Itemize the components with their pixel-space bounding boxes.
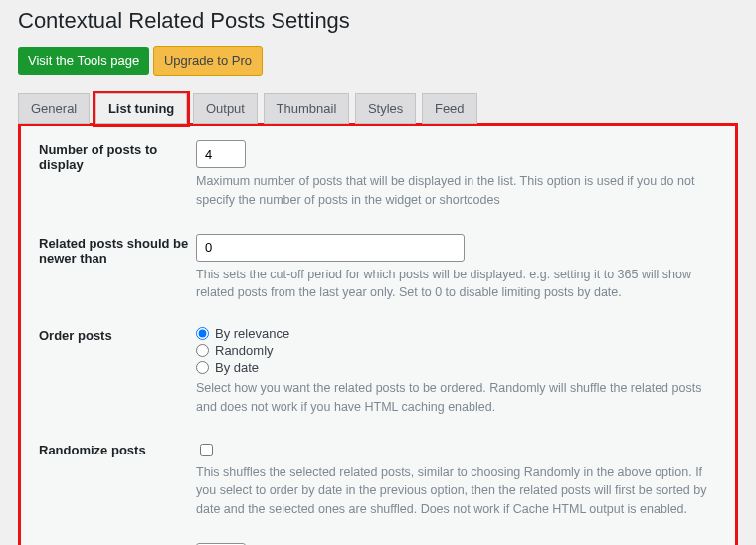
randomize-label: Randomize posts (39, 441, 196, 457)
list-tuning-panel: Number of posts to display Maximum numbe… (18, 123, 738, 545)
order-relevance-radio[interactable] (196, 327, 209, 340)
tab-output[interactable]: Output (193, 93, 258, 124)
num-posts-input[interactable] (196, 140, 246, 168)
tab-feed[interactable]: Feed (422, 93, 477, 124)
page-title: Contextual Related Posts Settings (18, 8, 738, 34)
upgrade-button-top[interactable]: Upgrade to Pro (153, 46, 263, 76)
tab-styles[interactable]: Styles (355, 93, 416, 124)
order-randomly-radio[interactable] (196, 344, 209, 357)
settings-tabs: General List tuning Output Thumbnail Sty… (18, 93, 738, 124)
tab-list-tuning[interactable]: List tuning (95, 93, 187, 124)
order-label: Order posts (39, 326, 196, 343)
newer-than-input[interactable] (196, 234, 465, 262)
randomize-checkbox[interactable] (200, 444, 213, 456)
newer-than-label: Related posts should be newer than (39, 234, 196, 266)
order-date-label: By date (215, 360, 259, 375)
visit-tools-button[interactable]: Visit the Tools page (18, 47, 149, 75)
order-relevance-label: By relevance (215, 326, 289, 341)
num-posts-desc: Maximum number of posts that will be dis… (196, 172, 717, 210)
newer-than-desc: This sets the cut-off period for which p… (196, 266, 717, 303)
order-desc: Select how you want the related posts to… (196, 379, 717, 417)
order-date-radio[interactable] (196, 361, 209, 374)
order-randomly-label: Randomly (215, 343, 274, 358)
num-posts-label: Number of posts to display (39, 140, 196, 172)
tab-general[interactable]: General (18, 93, 90, 124)
action-button-row: Visit the Tools page Upgrade to Pro (18, 46, 738, 76)
randomize-desc: This shuffles the selected related posts… (196, 463, 717, 519)
tab-thumbnail[interactable]: Thumbnail (264, 93, 350, 124)
